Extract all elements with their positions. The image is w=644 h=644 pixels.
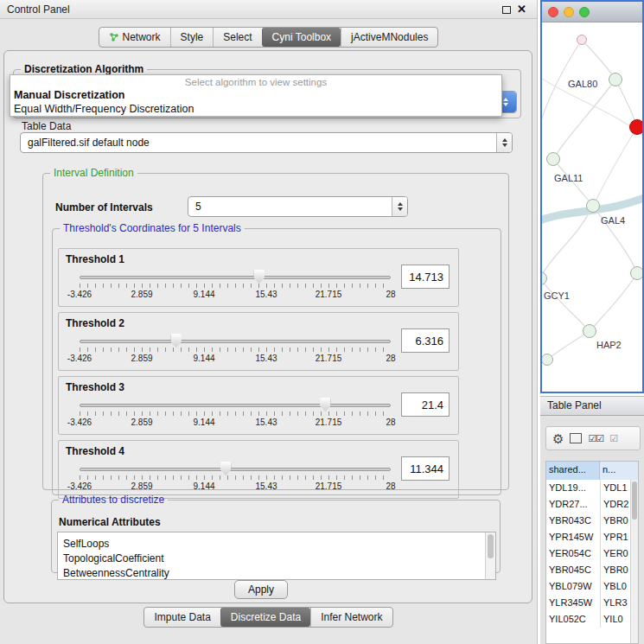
network-canvas[interactable]: GAL80 GAL11 GAL4 GCY1 HAP2 bbox=[542, 22, 642, 392]
table-row[interactable]: YBL079WYBL0 bbox=[546, 578, 630, 595]
dropdown-option-equal-width-frequency[interactable]: Equal Width/Frequency Discretization bbox=[10, 102, 501, 116]
threshold-1-box: Threshold 1 -3.426 2.859 9.144 15.43 21.… bbox=[58, 248, 459, 307]
tab-cyni-toolbox[interactable]: Cyni Toolbox bbox=[262, 28, 341, 47]
threshold-1-value-field[interactable]: 14.713 bbox=[401, 265, 450, 289]
tab-impute-data[interactable]: Impute Data bbox=[144, 608, 220, 627]
scale-label: 9.144 bbox=[193, 354, 214, 363]
slider-thumb[interactable] bbox=[253, 270, 265, 284]
slider-thumb[interactable] bbox=[220, 462, 232, 475]
top-tab-group: Network Style Select Cyni Toolbox jActiv… bbox=[99, 27, 439, 48]
slider-thumb[interactable] bbox=[320, 398, 331, 411]
table-row[interactable]: YPR145WYPR1 bbox=[546, 529, 630, 545]
scale-label: -3.426 bbox=[67, 354, 92, 363]
cell[interactable]: YPR1 bbox=[600, 529, 630, 545]
scale-label: 21.715 bbox=[316, 354, 342, 363]
control-panel-titlebar: Control Panel ✕ bbox=[0, 0, 537, 19]
table-row[interactable]: YBR045CYBR0 bbox=[546, 562, 630, 578]
slider-ticks bbox=[80, 284, 391, 288]
cell[interactable]: YER054C bbox=[546, 545, 600, 562]
cell[interactable]: YDR27... bbox=[546, 496, 600, 513]
dropdown-placeholder-option[interactable]: Select algorithm to view settings bbox=[10, 76, 501, 88]
scale-label: 2.859 bbox=[131, 354, 152, 363]
minimize-traffic-light-icon[interactable] bbox=[564, 7, 574, 17]
threshold-4-value-field[interactable]: 11.344 bbox=[401, 456, 450, 481]
list-item[interactable]: SelfLoops bbox=[58, 537, 495, 552]
network-node[interactable] bbox=[546, 152, 560, 166]
cell[interactable]: YLR3 bbox=[600, 595, 630, 611]
select-columns-icon[interactable]: ☑☑ bbox=[588, 434, 603, 443]
network-node[interactable] bbox=[586, 199, 600, 213]
cell[interactable]: YPR145W bbox=[546, 529, 600, 545]
network-node[interactable] bbox=[630, 266, 642, 280]
cell[interactable]: YDL19... bbox=[546, 480, 600, 496]
tab-select[interactable]: Select bbox=[213, 28, 261, 47]
apply-button[interactable]: Apply bbox=[234, 580, 288, 599]
table-row[interactable]: YLR345WYLR3 bbox=[546, 595, 630, 611]
scale-label: -3.426 bbox=[67, 290, 92, 299]
cell[interactable]: YIL0 bbox=[600, 611, 630, 628]
network-node[interactable] bbox=[577, 35, 587, 45]
network-node[interactable] bbox=[609, 73, 622, 86]
tab-discretize-data[interactable]: Discretize Data bbox=[220, 608, 310, 627]
cell[interactable]: YDR2 bbox=[600, 496, 630, 513]
numerical-attributes-list[interactable]: SelfLoops TopologicalCoefficient Between… bbox=[57, 532, 496, 580]
cell[interactable]: YBR0 bbox=[600, 562, 630, 578]
tab-jactivemnodules[interactable]: jActiveMNodules bbox=[341, 28, 437, 47]
float-window-icon[interactable] bbox=[502, 6, 511, 14]
table-row[interactable]: YBR043CYBR0 bbox=[546, 513, 630, 529]
table-scrollbar[interactable] bbox=[630, 480, 638, 643]
scale-label: 15.43 bbox=[255, 290, 277, 299]
network-node-selected[interactable] bbox=[629, 119, 642, 135]
node-label: GAL11 bbox=[554, 173, 583, 183]
slider-thumb[interactable] bbox=[170, 334, 182, 348]
columns-icon[interactable] bbox=[570, 433, 582, 443]
network-view-window: GAL80 GAL11 GAL4 GCY1 HAP2 bbox=[540, 0, 644, 393]
cell[interactable]: YBR045C bbox=[546, 562, 600, 578]
list-item[interactable]: BetweennessCentrality bbox=[58, 566, 495, 580]
table-row[interactable]: YDR27...YDR2 bbox=[546, 496, 630, 513]
tab-infer-network[interactable]: Infer Network bbox=[310, 608, 392, 627]
column-header-name[interactable]: n... bbox=[600, 462, 638, 480]
cell[interactable]: YBL079W bbox=[546, 578, 600, 595]
scrollbar-thumb[interactable] bbox=[632, 481, 637, 520]
number-of-intervals-select[interactable]: 5 bbox=[188, 196, 408, 217]
cell[interactable]: YBR043C bbox=[546, 513, 600, 529]
list-item[interactable]: TopologicalCoefficient bbox=[58, 552, 495, 566]
threshold-3-box: Threshold 3 -3.426 2.859 9.144 15.43 21.… bbox=[58, 376, 459, 435]
close-traffic-light-icon[interactable] bbox=[548, 7, 558, 17]
tab-style[interactable]: Style bbox=[170, 28, 214, 47]
threshold-2-slider[interactable]: -3.426 2.859 9.144 15.43 21.715 28 bbox=[80, 334, 391, 368]
cell[interactable]: YBL0 bbox=[600, 578, 630, 595]
zoom-traffic-light-icon[interactable] bbox=[579, 7, 590, 17]
cell[interactable]: YDL1 bbox=[600, 480, 630, 496]
list-scrollbar[interactable] bbox=[485, 532, 495, 579]
network-node[interactable] bbox=[583, 324, 596, 338]
threshold-1-slider[interactable]: -3.426 2.859 9.144 15.43 21.715 28 bbox=[80, 270, 391, 304]
cell[interactable]: YIL052C bbox=[546, 611, 600, 628]
table-panel-header: Table Panel bbox=[540, 396, 644, 416]
threshold-2-value-field[interactable]: 6.316 bbox=[401, 328, 450, 353]
tab-network[interactable]: Network bbox=[99, 28, 170, 47]
cell[interactable]: YER0 bbox=[600, 545, 630, 562]
table-row[interactable]: YIL052CYIL0 bbox=[546, 611, 630, 628]
column-header-shared-name[interactable]: shared... bbox=[546, 462, 600, 480]
thresholds-group: Threshold's Coordinates for 5 Intervals … bbox=[52, 222, 501, 495]
cell[interactable]: YBR0 bbox=[600, 513, 630, 529]
dropdown-option-manual-discretization[interactable]: Manual Discretization bbox=[10, 88, 501, 102]
table-row[interactable]: YER054CYER0 bbox=[546, 545, 630, 562]
table-data-select[interactable]: galFiltered.sif default node bbox=[20, 132, 513, 153]
threshold-3-value-field[interactable]: 21.4 bbox=[401, 392, 450, 417]
gear-icon[interactable]: ⚙ bbox=[552, 432, 564, 445]
slider-ticks bbox=[80, 348, 391, 352]
threshold-3-slider[interactable]: -3.426 2.859 9.144 15.43 21.715 28 bbox=[80, 398, 391, 432]
select-rows-icon[interactable]: ☑ bbox=[609, 434, 617, 443]
cell[interactable]: YLR345W bbox=[546, 595, 600, 611]
scrollbar-thumb[interactable] bbox=[488, 534, 494, 558]
tab-label: Cyni Toolbox bbox=[272, 31, 331, 43]
threshold-4-slider[interactable]: -3.426 2.859 9.144 15.43 21.715 28 bbox=[80, 462, 391, 496]
attributes-group-title: Attributes to discretize bbox=[59, 494, 168, 506]
close-icon[interactable]: ✕ bbox=[517, 3, 526, 16]
table-row[interactable]: YDL19...YDL1 bbox=[546, 480, 630, 496]
table-panel-title: Table Panel bbox=[547, 399, 602, 411]
threshold-2-box: Threshold 2 -3.426 2.859 9.144 15.43 21.… bbox=[58, 312, 459, 371]
